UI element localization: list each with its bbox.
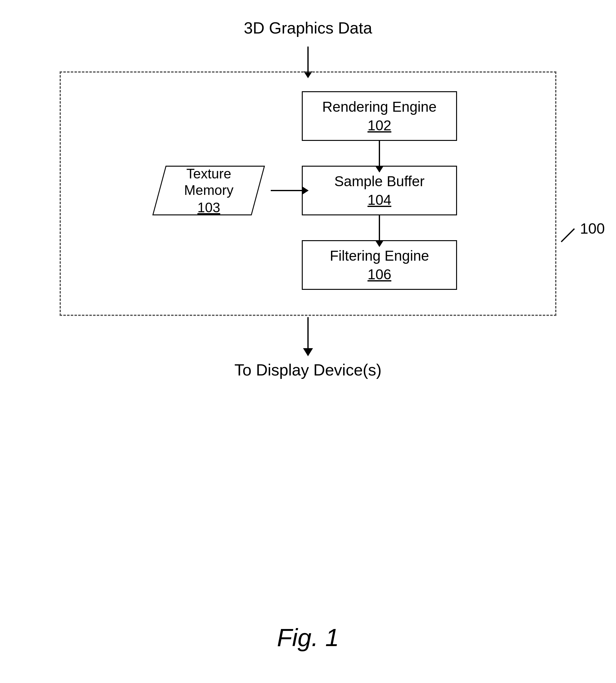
flow-area: TextureMemory 103 Rendering Engine 102 <box>80 91 536 290</box>
arrow-rendering-to-sample <box>379 141 380 166</box>
texture-memory-shape: TextureMemory 103 <box>152 166 265 215</box>
main-dashed-box: 100 TextureMemory 103 <box>60 71 556 316</box>
texture-to-rendering-arrow <box>271 190 302 191</box>
rendering-engine-box: Rendering Engine 102 <box>302 91 457 141</box>
figure-label: Fig. 1 <box>277 623 339 652</box>
ref-100-label: 100 <box>556 220 605 237</box>
sample-buffer-box: Sample Buffer 104 <box>302 166 457 215</box>
output-arrow: To Display Device(s) <box>235 316 381 379</box>
filtering-engine-box: Filtering Engine 106 <box>302 240 457 290</box>
output-label: To Display Device(s) <box>235 361 381 379</box>
diagram-container: 3D Graphics Data 100 TextureMemory 103 <box>31 19 585 621</box>
top-row: TextureMemory 103 Rendering Engine 102 <box>80 91 536 290</box>
center-column: Rendering Engine 102 Sample Buffer 104 <box>302 91 457 290</box>
input-label: 3D Graphics Data <box>244 19 372 37</box>
texture-memory-block: TextureMemory 103 <box>159 166 258 215</box>
arrow-sample-to-filtering <box>379 215 380 240</box>
